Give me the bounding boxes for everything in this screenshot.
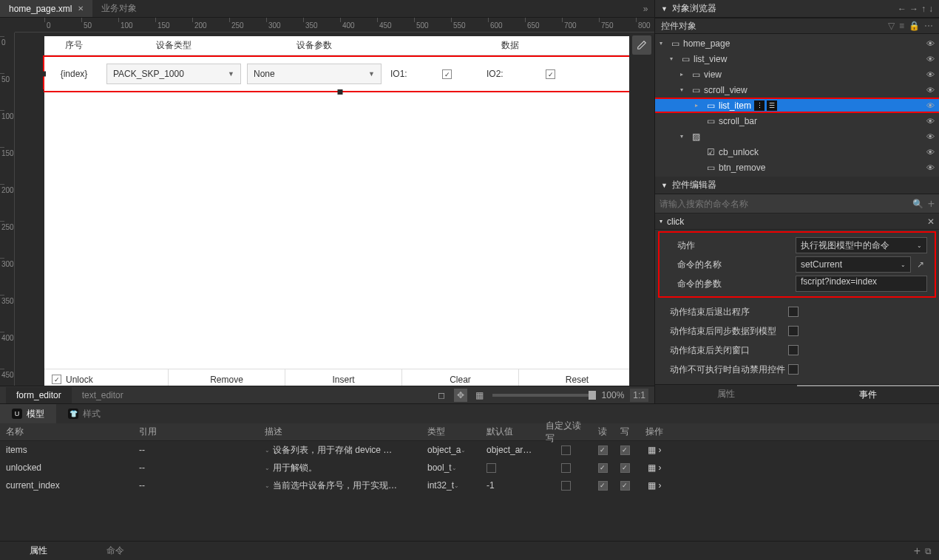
visibility-icon[interactable]: 👁 [926, 101, 935, 110]
combo-cmd-name[interactable]: setCurrent⌄ [796, 256, 911, 273]
grid-icon[interactable]: ▦ [473, 389, 487, 402]
combo-action[interactable]: 执行视图模型中的命令⌄ [796, 237, 927, 253]
bottom-tab-commands[interactable]: 命令 [77, 542, 154, 560]
resize-handle[interactable] [38, 89, 44, 95]
combo-device-type[interactable]: PACK_SKP_1000▼ [106, 64, 241, 84]
form-footer: ✓Unlock Remove Insert Clear Reset [44, 369, 629, 386]
table-row[interactable]: items--⌄设备列表，用于存储 device …object_a ⌄obje… [0, 441, 939, 459]
menu-icon[interactable]: ☰ [767, 100, 777, 111]
table-header-row: 序号 设备类型 设备参数 数据 [44, 36, 629, 55]
visibility-icon[interactable]: 👁 [926, 132, 935, 141]
unlock-checkbox[interactable]: ✓Unlock [44, 369, 169, 386]
clear-button[interactable]: Clear [402, 369, 519, 386]
table-row[interactable]: current_index--⌄当前选中设备序号，用于实现…int32_t ⌄-… [0, 477, 939, 494]
label-exit: 动作结束后退出程序 [670, 306, 788, 318]
more-icon[interactable]: ⋯ [924, 21, 933, 31]
edit-pencil-icon[interactable] [632, 35, 651, 55]
add-icon[interactable]: + [914, 544, 921, 558]
right-tab-properties[interactable]: 属性 [655, 385, 797, 403]
visibility-icon[interactable]: 👁 [926, 39, 935, 48]
list-icon[interactable]: ≡ [899, 21, 904, 31]
input-cmd-param[interactable]: fscript?index=index [796, 276, 927, 292]
zoom-ratio[interactable]: 1:1 [630, 389, 648, 402]
checkbox-io1[interactable]: ✓ [442, 69, 452, 79]
col-param: 设备参数 [244, 39, 384, 52]
filter-icon[interactable]: ▽ [888, 21, 895, 31]
tab-text-editor[interactable]: text_editor [72, 387, 134, 403]
object-browser-header[interactable]: ▼对象浏览器 ← → ↑ ↓ [655, 0, 939, 18]
close-icon[interactable]: ✕ [78, 4, 84, 13]
tree-node-home-page[interactable]: ▾▭home_page👁 [655, 35, 939, 51]
label-cmd-name: 命令的名称 [677, 259, 796, 271]
tab-business-object[interactable]: 业务对象 [92, 0, 146, 17]
tab-style[interactable]: 👕样式 [56, 404, 112, 423]
remove-button[interactable]: Remove [169, 369, 285, 386]
prop-group-click[interactable]: ▾click✕ [655, 214, 939, 230]
tree-node-scroll-bar[interactable]: ▭scroll_bar👁 [655, 113, 939, 129]
right-tab-events[interactable]: 事件 [797, 385, 939, 403]
search-icon[interactable]: 🔍 [912, 199, 923, 209]
label-close: 动作结束后关闭窗口 [670, 344, 788, 357]
checkbox-sync[interactable] [788, 326, 799, 336]
file-tabs: home_page.xml✕ 业务对象 » [0, 0, 654, 18]
nav-up-icon[interactable]: ↑ [921, 4, 926, 14]
visibility-icon[interactable]: 👁 [926, 117, 935, 126]
visibility-icon[interactable]: 👁 [926, 148, 935, 157]
link-icon[interactable]: ↗ [914, 259, 927, 270]
tab-model[interactable]: U模型 [0, 404, 56, 423]
props-icon[interactable]: ⋮ [754, 100, 765, 111]
ruler-horizontal: 0501001502002503003504004505005506006507… [15, 18, 654, 33]
insert-button[interactable]: Insert [285, 369, 402, 386]
visibility-icon[interactable]: 👁 [926, 55, 935, 64]
tree-subheader: 控件对象 ▽ ≡ 🔒 ⋯ [655, 18, 939, 34]
bottom-tab-properties[interactable]: 属性 [0, 542, 77, 560]
label-sync: 动作结束后同步数据到模型 [670, 325, 788, 338]
tree-node-btn-remove[interactable]: ▭btn_remove👁 [655, 160, 939, 175]
tab-form-editor[interactable]: form_editor [6, 387, 72, 403]
model-table-header: 名称 引用 描述 类型 默认值 自定义读写 读 写 操作 [0, 423, 939, 441]
tabs-overflow-icon[interactable]: » [637, 0, 654, 17]
visibility-icon[interactable]: 👁 [926, 163, 935, 172]
col-data: 数据 [384, 39, 629, 52]
zoom-slider[interactable] [492, 394, 596, 397]
copy-icon[interactable]: ⧉ [925, 546, 932, 556]
checkbox-disable[interactable] [788, 364, 799, 375]
tree-node-view[interactable]: ▸▭view👁 [655, 66, 939, 82]
list-item-selection[interactable]: {index} PACK_SKP_1000▼ None▼ IO1: ✓ IO2: [43, 55, 629, 92]
label-io1: IO1: [384, 69, 436, 79]
tree-node-list-view[interactable]: ▾▭list_view👁 [655, 51, 939, 66]
tab-home-page[interactable]: home_page.xml✕ [0, 0, 92, 17]
ruler-vertical: 050100150200250300350400450 [0, 33, 15, 386]
reset-button[interactable]: Reset [519, 369, 629, 386]
cursor-icon[interactable]: ✥ [454, 389, 467, 402]
tree-node-empty[interactable]: ▾▨👁 [655, 129, 939, 144]
label-disable: 动作不可执行时自动禁用控件 [670, 363, 788, 376]
visibility-icon[interactable]: 👁 [926, 86, 935, 95]
widget-editor-header[interactable]: ▼控件编辑器 [655, 177, 939, 194]
resize-handle[interactable] [338, 89, 343, 95]
checkbox-exit[interactable] [788, 307, 799, 317]
crop-icon[interactable]: ◻ [435, 389, 448, 402]
add-icon[interactable]: + [928, 197, 935, 211]
search-input[interactable] [660, 199, 912, 209]
tree-node-cb-unlock[interactable]: ☑cb_unlock👁 [655, 144, 939, 160]
nav-forward-icon[interactable]: → [909, 4, 918, 14]
chevron-down-icon: ▼ [368, 70, 375, 78]
lock-icon[interactable]: 🔒 [909, 21, 920, 31]
nav-back-icon[interactable]: ← [898, 4, 906, 14]
close-icon[interactable]: ✕ [927, 216, 935, 227]
col-index: 序号 [44, 39, 104, 52]
col-type: 设备类型 [104, 39, 244, 52]
resize-handle[interactable] [41, 72, 46, 77]
visibility-icon[interactable]: 👁 [926, 70, 935, 79]
table-row[interactable]: unlocked--⌄用于解锁。bool_t ⌄▦› [0, 459, 939, 477]
form-canvas[interactable]: 序号 设备类型 设备参数 数据 {index} PACK_SKP_1000▼ [44, 36, 629, 386]
nav-down-icon[interactable]: ↓ [929, 4, 933, 14]
tree-node-scroll-view[interactable]: ▾▭scroll_view👁 [655, 82, 939, 98]
checkbox-close[interactable] [788, 345, 799, 355]
tree-node-list-item[interactable]: ▸▭list_item⋮☰👁 [655, 98, 939, 113]
label-action: 动作 [677, 239, 796, 252]
combo-device-param[interactable]: None▼ [247, 64, 382, 84]
checkbox-io2[interactable]: ✓ [546, 69, 555, 79]
cell-index: {index} [44, 69, 104, 79]
